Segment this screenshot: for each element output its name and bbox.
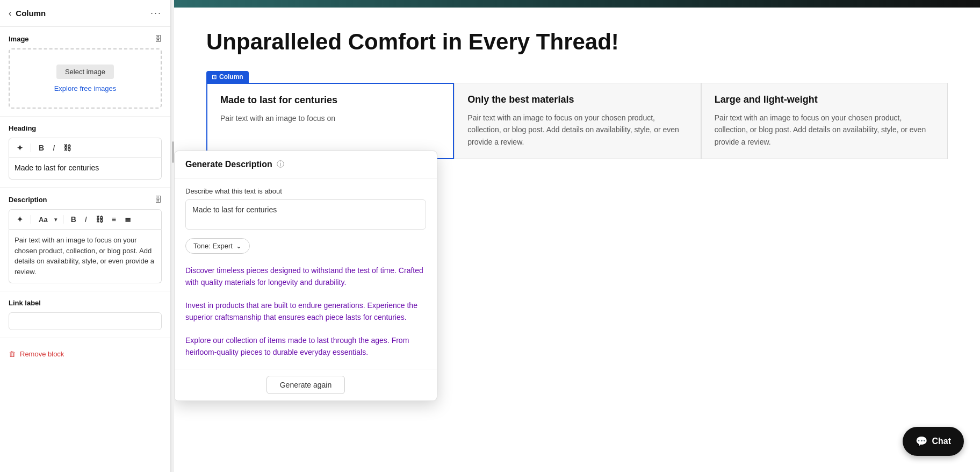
column-badge-label: Column bbox=[219, 73, 243, 81]
trash-icon: 🗑 bbox=[9, 350, 16, 358]
desc-bold-button[interactable]: B bbox=[69, 214, 78, 225]
heading-section: Heading ✦ B I ⛓ Made to last for centuri… bbox=[0, 117, 170, 188]
description-section-header: Description 🗄 bbox=[9, 195, 162, 204]
sidebar-title: Column bbox=[16, 9, 46, 18]
heading-label: Heading bbox=[9, 124, 36, 132]
column-badge-icon: ⊡ bbox=[212, 74, 217, 81]
heading-italic-button[interactable]: I bbox=[51, 142, 57, 153]
description-database-icon[interactable]: 🗄 bbox=[154, 195, 162, 204]
col-1-heading: Made to last for centuries bbox=[220, 95, 440, 106]
modal-header: Generate Description ⓘ bbox=[175, 151, 437, 178]
info-icon[interactable]: ⓘ bbox=[277, 160, 284, 169]
tone-label: Tone: Expert bbox=[193, 242, 233, 250]
modal-body: Describe what this text is about Tone: E… bbox=[175, 178, 437, 369]
col-1-text: Pair text with an image to focus on bbox=[220, 112, 440, 124]
chat-bubble-icon: 💬 bbox=[916, 435, 927, 447]
image-section-header: Image 🗄 bbox=[9, 34, 162, 43]
chat-label: Chat bbox=[932, 437, 951, 446]
generated-results: Discover timeless pieces designed to wit… bbox=[185, 262, 426, 360]
heading-section-header: Heading bbox=[9, 124, 162, 132]
tone-selector[interactable]: Tone: Expert ⌄ bbox=[185, 238, 250, 254]
col-3-text: Pair text with an image to focus on your… bbox=[715, 112, 934, 148]
desc-ordered-list-button[interactable]: ≣ bbox=[122, 214, 133, 225]
desc-link-button[interactable]: ⛓ bbox=[93, 214, 105, 225]
col-3-heading: Large and light-weight bbox=[715, 94, 934, 105]
sidebar-header-left: ‹ Column bbox=[9, 9, 46, 18]
desc-unordered-list-button[interactable]: ≡ bbox=[110, 214, 118, 225]
link-label-input[interactable] bbox=[9, 312, 162, 330]
columns-grid: Made to last for centuries Pair text wit… bbox=[206, 83, 948, 159]
heading-bold-button[interactable]: B bbox=[37, 142, 46, 153]
result-item-2[interactable]: Invest in products that are built to end… bbox=[185, 297, 426, 326]
image-section: Image 🗄 Select image Explore free images bbox=[0, 27, 170, 117]
image-label: Image bbox=[9, 35, 29, 43]
modal-title: Generate Description bbox=[185, 160, 272, 169]
remove-block-section: 🗑 Remove block bbox=[0, 338, 170, 370]
heading-ai-button[interactable]: ✦ bbox=[15, 142, 25, 153]
col-2-text: Pair text with an image to focus on your… bbox=[467, 112, 687, 148]
sidebar-header: ‹ Column ··· bbox=[0, 0, 170, 27]
heading-link-button[interactable]: ⛓ bbox=[61, 142, 73, 153]
modal-input[interactable] bbox=[185, 199, 426, 230]
toolbar-sep-3 bbox=[63, 215, 63, 224]
more-options-icon[interactable]: ··· bbox=[150, 8, 162, 19]
result-item-3[interactable]: Explore our collection of items made to … bbox=[185, 332, 426, 361]
description-label: Description bbox=[9, 196, 47, 204]
desc-aa-dropdown[interactable]: ▾ bbox=[54, 216, 57, 223]
top-bar bbox=[174, 0, 980, 8]
modal-footer: Generate again bbox=[175, 369, 437, 401]
heading-toolbar: ✦ B I ⛓ bbox=[9, 138, 162, 158]
column-1[interactable]: Made to last for centuries Pair text wit… bbox=[206, 83, 454, 159]
modal-field-label: Describe what this text is about bbox=[185, 187, 426, 195]
column-3[interactable]: Large and light-weight Pair text with an… bbox=[701, 83, 948, 159]
sidebar: ‹ Column ··· Image 🗄 Select image Explor… bbox=[0, 0, 171, 472]
link-label-text: Link label bbox=[9, 299, 41, 307]
back-icon[interactable]: ‹ bbox=[9, 9, 11, 18]
desc-italic-button[interactable]: I bbox=[83, 214, 89, 225]
result-item-1[interactable]: Discover timeless pieces designed to wit… bbox=[185, 262, 426, 291]
remove-block-label: Remove block bbox=[20, 350, 64, 358]
page-heading: Unparalleled Comfort in Every Thread! bbox=[206, 29, 948, 55]
explore-free-images-link[interactable]: Explore free images bbox=[54, 84, 117, 92]
description-toolbar: ✦ Aa ▾ B I ⛓ ≡ ≣ bbox=[9, 209, 162, 230]
link-label-section: Link label bbox=[0, 291, 170, 338]
column-2[interactable]: Only the best materials Pair text with a… bbox=[454, 83, 701, 159]
description-text-input[interactable]: Pair text with an image to focus on your… bbox=[9, 230, 162, 283]
col-2-heading: Only the best materials bbox=[467, 94, 687, 105]
database-icon[interactable]: 🗄 bbox=[154, 34, 162, 43]
main-area: Unparalleled Comfort in Every Thread! ⊡ … bbox=[174, 0, 980, 472]
remove-block-button[interactable]: 🗑 Remove block bbox=[0, 342, 73, 366]
column-container: ⊡ Column Made to last for centuries Pair… bbox=[206, 71, 948, 159]
column-badge[interactable]: ⊡ Column bbox=[206, 71, 249, 83]
toolbar-sep-2 bbox=[31, 215, 31, 224]
generate-again-button[interactable]: Generate again bbox=[266, 376, 345, 394]
description-section: Description 🗄 ✦ Aa ▾ B I ⛓ ≡ ≣ Pair text… bbox=[0, 188, 170, 291]
generate-description-modal[interactable]: Generate Description ⓘ Describe what thi… bbox=[174, 151, 437, 401]
select-image-button[interactable]: Select image bbox=[56, 65, 114, 79]
chat-button[interactable]: 💬 Chat bbox=[903, 427, 964, 456]
image-upload-area: Select image Explore free images bbox=[9, 48, 162, 109]
link-label-header: Link label bbox=[9, 299, 162, 307]
toolbar-sep-1 bbox=[31, 144, 31, 152]
desc-aa-button[interactable]: Aa bbox=[37, 214, 50, 225]
desc-ai-button[interactable]: ✦ bbox=[15, 214, 25, 225]
tone-chevron-icon: ⌄ bbox=[236, 242, 242, 250]
heading-text-input[interactable]: Made to last for centuries bbox=[9, 158, 162, 180]
